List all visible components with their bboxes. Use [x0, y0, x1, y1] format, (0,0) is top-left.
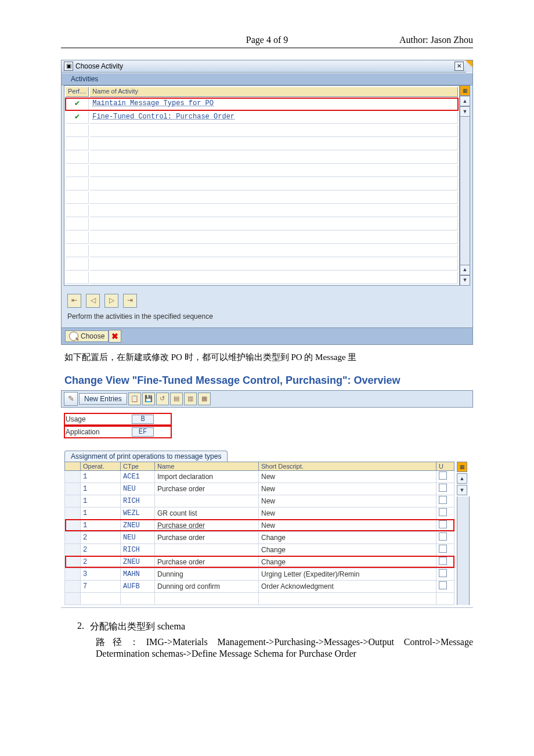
table-row	[66, 192, 458, 204]
col-ctpe[interactable]: CTpe	[121, 462, 155, 470]
table-row[interactable]: 1ZNEUPurchase orderNew	[65, 519, 454, 531]
dialog-icon: ▣	[64, 62, 73, 71]
table-row[interactable]: 1ACE1Import declarationNew	[65, 470, 454, 483]
table-row	[66, 125, 458, 137]
close-icon[interactable]: ✕	[454, 62, 464, 71]
instruction-text: Perform the activities in the specified …	[62, 311, 472, 327]
checkbox[interactable]	[439, 581, 447, 589]
table-row[interactable]: 2NEUPurchase orderChange	[65, 531, 454, 543]
checkbox[interactable]	[439, 484, 447, 492]
usage-label: Usage	[66, 415, 129, 423]
checkbox[interactable]	[439, 557, 447, 565]
nav-first-icon[interactable]: ⇤	[67, 294, 81, 308]
col-select	[65, 462, 81, 470]
col-u[interactable]: U	[436, 462, 454, 470]
choose-label: Choose	[81, 332, 104, 340]
list-text: 分配输出类型到 schema	[90, 621, 185, 633]
table-config-icon[interactable]: ▦	[460, 85, 470, 96]
col-perf[interactable]: Perf…	[66, 87, 89, 96]
activity-name: Fine-Tuned Control: Purchase Order	[92, 113, 234, 121]
table-row	[66, 272, 458, 284]
checkbox[interactable]	[439, 545, 447, 553]
change-view-screenshot: Change View "Fine-Tuned Message Control,…	[61, 370, 473, 608]
scroll-down-icon[interactable]: ▼	[460, 275, 470, 286]
col-desc[interactable]: Short Descript.	[259, 462, 436, 470]
choose-button[interactable]: Choose	[65, 330, 109, 342]
copy-icon[interactable]: 📋	[128, 393, 141, 405]
table-row	[66, 258, 458, 271]
checkbox[interactable]	[439, 532, 447, 541]
activities-section-header: Activities	[62, 73, 472, 85]
activity-row[interactable]: ✔ Fine-Tuned Control: Purchase Order	[66, 111, 458, 124]
check-icon: ✔	[66, 98, 89, 110]
scroll-down-icon[interactable]: ▼	[457, 485, 467, 495]
delimit-icon[interactable]: ▦	[198, 393, 211, 405]
scroll-track[interactable]	[460, 117, 470, 264]
vertical-scrollbar[interactable]: ▦ ▲ ▼	[457, 462, 470, 605]
undo-icon[interactable]: ↺	[156, 393, 169, 405]
checkbox[interactable]	[439, 569, 447, 577]
table-row	[65, 592, 454, 604]
resize-corner-icon[interactable]	[466, 60, 472, 67]
col-operat[interactable]: Operat.	[81, 462, 121, 470]
select-all-icon[interactable]: ▤	[170, 393, 183, 405]
config-path: 路径：IMG->Materials Management->Purchasing…	[96, 636, 473, 659]
new-entries-button[interactable]: New Entries	[79, 393, 127, 405]
activity-name: Maintain Message Types for PO	[92, 99, 214, 107]
table-row[interactable]: 1WEZLGR count listNew	[65, 507, 454, 519]
table-row[interactable]: 2RICHChange	[65, 543, 454, 556]
col-name[interactable]: Name	[155, 462, 259, 470]
scroll-track[interactable]	[457, 496, 470, 605]
checkbox[interactable]	[439, 496, 447, 504]
checkbox[interactable]	[439, 471, 447, 480]
col-name[interactable]: Name of Activity	[90, 87, 458, 96]
table-row[interactable]: 7AUFBDunning ord confirmOrder Acknowledg…	[65, 580, 454, 592]
scroll-up-icon[interactable]: ▲	[460, 265, 470, 275]
table-row	[66, 152, 458, 164]
application-label: Application	[66, 428, 129, 436]
usage-field[interactable]: B	[132, 415, 154, 424]
assignment-tab[interactable]: Assignment of print operations to messag…	[64, 451, 228, 462]
scroll-up-icon[interactable]: ▲	[460, 96, 470, 106]
cancel-button[interactable]: ✖	[109, 330, 121, 343]
paragraph: 如下配置后，在新建或修改 PO 时，都可以维护输出类型到 PO 的 Messag…	[64, 352, 473, 363]
nav-next-icon[interactable]: ▷	[104, 294, 118, 308]
table-row	[66, 138, 458, 150]
page-number: Page 4 of 9	[61, 35, 473, 45]
table-config-icon[interactable]: ▦	[457, 462, 467, 472]
table-row	[66, 165, 458, 177]
change-view-title: Change View "Fine-Tuned Message Control,…	[61, 370, 473, 390]
list-item-2: 2. 分配输出类型到 schema	[61, 621, 473, 633]
activity-row[interactable]: ✔ Maintain Message Types for PO	[66, 98, 458, 110]
nav-prev-icon[interactable]: ◁	[86, 294, 100, 308]
list-number: 2.	[61, 621, 84, 633]
dialog-title: Choose Activity	[75, 62, 123, 70]
table-row	[66, 232, 458, 244]
table-row[interactable]: 2ZNEUPurchase orderChange	[65, 556, 454, 568]
search-icon	[69, 332, 78, 341]
check-icon: ✔	[66, 111, 89, 124]
table-row	[66, 178, 458, 190]
header-divider	[61, 48, 473, 48]
nav-last-icon[interactable]: ⇥	[123, 294, 137, 308]
checkbox[interactable]	[439, 508, 447, 516]
edit-icon[interactable]: ✎	[64, 392, 78, 406]
table-row[interactable]: 1RICHNew	[65, 495, 454, 507]
operations-table: Operat. CTpe Name Short Descript. U 1ACE…	[64, 462, 454, 605]
table-row	[66, 245, 458, 257]
choose-activity-dialog: ▣ Choose Activity ✕ Activities Perf… Nam…	[61, 60, 473, 345]
deselect-icon[interactable]: ▥	[184, 393, 197, 405]
toolbar: ✎ New Entries 📋 💾 ↺ ▤ ▥ ▦	[61, 390, 473, 408]
save-icon[interactable]: 💾	[142, 393, 155, 405]
vertical-scrollbar[interactable]: ▦ ▲ ▼ ▲ ▼	[460, 85, 470, 285]
table-row[interactable]: 3MAHNDunningUrging Letter (Expediter)/Re…	[65, 568, 454, 580]
activities-table: Perf… Name of Activity ✔ Maintain Messag…	[64, 85, 460, 285]
scroll-up-icon[interactable]: ▲	[457, 473, 467, 484]
table-row[interactable]: 1NEUPurchase orderNew	[65, 483, 454, 495]
table-row	[66, 218, 458, 231]
scroll-down-icon[interactable]: ▼	[460, 106, 470, 117]
application-field[interactable]: EF	[132, 427, 154, 437]
table-row	[66, 205, 458, 217]
checkbox[interactable]	[439, 520, 447, 528]
